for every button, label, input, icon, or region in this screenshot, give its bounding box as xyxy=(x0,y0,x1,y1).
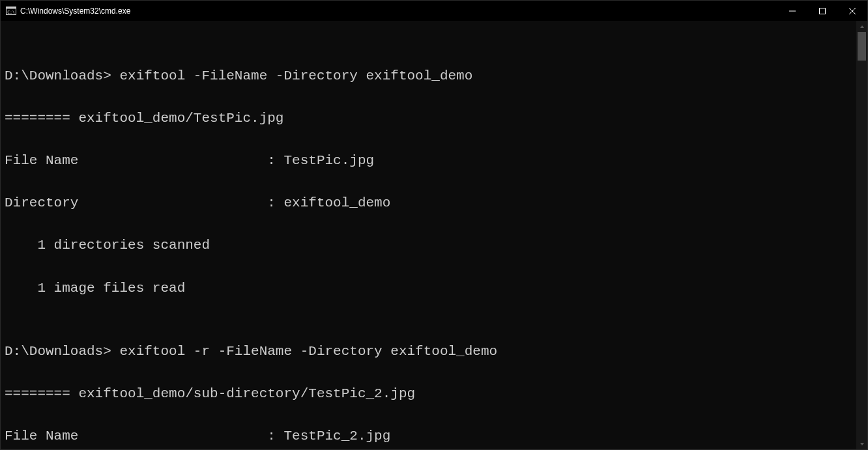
terminal-line: Directory : exiftool_demo xyxy=(5,193,852,214)
svg-rect-1 xyxy=(7,7,16,8)
scroll-up-arrow-icon[interactable] xyxy=(856,21,867,32)
minimize-button[interactable] xyxy=(777,1,807,21)
window-title: C:\Windows\System32\cmd.exe xyxy=(20,7,130,16)
cmd-icon: C:\ xyxy=(6,6,16,16)
vertical-scrollbar[interactable] xyxy=(856,21,867,449)
terminal-line: ======== exiftool_demo/sub-directory/Tes… xyxy=(5,384,852,405)
cmd-window: C:\ C:\Windows\System32\cmd.exe D:\Downl… xyxy=(0,0,868,450)
window-controls xyxy=(777,1,867,21)
terminal-output[interactable]: D:\Downloads> exiftool -FileName -Direct… xyxy=(1,21,856,449)
scroll-down-arrow-icon[interactable] xyxy=(856,438,867,449)
terminal-line: D:\Downloads> exiftool -r -FileName -Dir… xyxy=(5,341,852,363)
scrollbar-thumb[interactable] xyxy=(858,32,866,61)
terminal-line: 1 directories scanned xyxy=(5,235,852,257)
close-button[interactable] xyxy=(837,1,867,21)
terminal-line: File Name : TestPic.jpg xyxy=(5,150,852,172)
terminal-line: File Name : TestPic_2.jpg xyxy=(5,426,852,447)
svg-rect-3 xyxy=(820,8,826,14)
titlebar[interactable]: C:\ C:\Windows\System32\cmd.exe xyxy=(1,1,867,21)
terminal-line: 1 image files read xyxy=(5,278,852,300)
svg-text:C:\: C:\ xyxy=(7,9,15,14)
maximize-button[interactable] xyxy=(807,1,837,21)
terminal-line: ======== exiftool_demo/TestPic.jpg xyxy=(5,108,852,130)
terminal-line: D:\Downloads> exiftool -FileName -Direct… xyxy=(5,66,852,87)
client-area: D:\Downloads> exiftool -FileName -Direct… xyxy=(1,21,867,449)
